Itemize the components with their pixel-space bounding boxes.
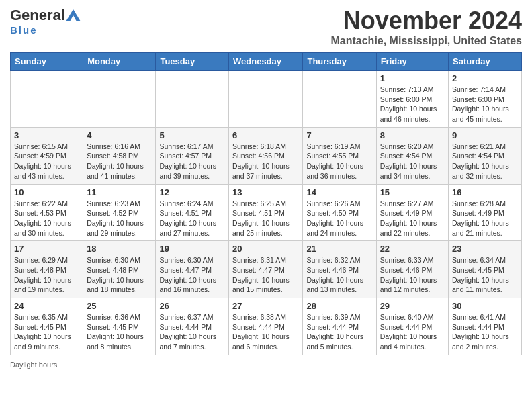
day-number: 10 [14, 187, 79, 197]
day-info: Sunrise: 6:25 AMSunset: 4:51 PMDaylight:… [232, 199, 299, 238]
weekday-tuesday: Tuesday [156, 53, 229, 71]
week-row-1: 1Sunrise: 7:13 AMSunset: 6:00 PMDaylight… [11, 71, 522, 128]
week-row-2: 3Sunrise: 6:15 AMSunset: 4:59 PMDaylight… [11, 127, 522, 184]
weekday-header-row: SundayMondayTuesdayWednesdayThursdayFrid… [11, 53, 522, 71]
calendar-cell: 29Sunrise: 6:40 AMSunset: 4:44 PMDayligh… [376, 298, 448, 355]
day-number: 12 [159, 187, 225, 197]
logo: General Blue [10, 7, 81, 36]
calendar-cell: 16Sunrise: 6:28 AMSunset: 4:49 PMDayligh… [449, 184, 522, 241]
calendar-cell: 14Sunrise: 6:26 AMSunset: 4:50 PMDayligh… [303, 184, 376, 241]
week-row-5: 24Sunrise: 6:35 AMSunset: 4:45 PMDayligh… [11, 298, 522, 355]
calendar-cell: 6Sunrise: 6:18 AMSunset: 4:56 PMDaylight… [229, 127, 303, 184]
day-info: Sunrise: 6:36 AMSunset: 4:45 PMDaylight:… [87, 312, 152, 352]
calendar-cell [303, 71, 376, 128]
day-info: Sunrise: 6:21 AMSunset: 4:54 PMDaylight:… [452, 142, 518, 181]
calendar-cell: 28Sunrise: 6:39 AMSunset: 4:44 PMDayligh… [303, 298, 376, 355]
calendar-cell [83, 71, 156, 128]
day-number: 11 [87, 187, 152, 197]
weekday-saturday: Saturday [449, 53, 522, 71]
calendar-cell [11, 71, 83, 128]
day-info: Sunrise: 6:31 AMSunset: 4:47 PMDaylight:… [232, 255, 299, 295]
day-number: 14 [306, 187, 372, 197]
day-info: Sunrise: 7:13 AMSunset: 6:00 PMDaylight:… [380, 85, 445, 124]
day-number: 19 [159, 244, 225, 254]
day-info: Sunrise: 6:40 AMSunset: 4:44 PMDaylight:… [380, 312, 445, 352]
calendar-cell: 24Sunrise: 6:35 AMSunset: 4:45 PMDayligh… [11, 298, 83, 355]
calendar-table: SundayMondayTuesdayWednesdayThursdayFrid… [10, 52, 522, 355]
day-info: Sunrise: 6:26 AMSunset: 4:50 PMDaylight:… [306, 199, 372, 238]
day-number: 30 [452, 301, 518, 311]
calendar-cell: 11Sunrise: 6:23 AMSunset: 4:52 PMDayligh… [83, 184, 156, 241]
weekday-thursday: Thursday [303, 53, 376, 71]
day-number: 25 [87, 301, 152, 311]
location-title: Mantachie, Mississippi, United States [330, 35, 522, 47]
calendar-cell [156, 71, 229, 128]
day-number: 24 [14, 301, 79, 311]
day-info: Sunrise: 6:18 AMSunset: 4:56 PMDaylight:… [232, 142, 299, 181]
day-number: 29 [380, 301, 445, 311]
weekday-wednesday: Wednesday [229, 53, 303, 71]
calendar-cell: 18Sunrise: 6:30 AMSunset: 4:48 PMDayligh… [83, 241, 156, 298]
day-number: 13 [232, 187, 299, 197]
logo-icon [66, 9, 81, 21]
day-number: 20 [232, 244, 299, 254]
calendar-cell: 17Sunrise: 6:29 AMSunset: 4:48 PMDayligh… [11, 241, 83, 298]
day-number: 18 [87, 244, 152, 254]
month-title: November 2024 [330, 7, 522, 35]
day-number: 2 [452, 73, 518, 83]
day-info: Sunrise: 6:37 AMSunset: 4:44 PMDaylight:… [159, 312, 225, 352]
day-number: 9 [452, 130, 518, 140]
logo-blue: Blue [10, 24, 38, 36]
day-number: 26 [159, 301, 225, 311]
day-info: Sunrise: 6:33 AMSunset: 4:46 PMDaylight:… [380, 255, 445, 295]
calendar-cell: 15Sunrise: 6:27 AMSunset: 4:49 PMDayligh… [376, 184, 448, 241]
calendar-cell: 20Sunrise: 6:31 AMSunset: 4:47 PMDayligh… [229, 241, 303, 298]
calendar-cell: 13Sunrise: 6:25 AMSunset: 4:51 PMDayligh… [229, 184, 303, 241]
calendar-cell [229, 71, 303, 128]
day-info: Sunrise: 6:23 AMSunset: 4:52 PMDaylight:… [87, 199, 152, 238]
day-info: Sunrise: 6:30 AMSunset: 4:48 PMDaylight:… [87, 255, 152, 295]
title-area: November 2024 Mantachie, Mississippi, Un… [330, 7, 522, 47]
calendar-cell: 2Sunrise: 7:14 AMSunset: 6:00 PMDaylight… [449, 71, 522, 128]
day-info: Sunrise: 6:27 AMSunset: 4:49 PMDaylight:… [380, 199, 445, 238]
day-number: 4 [87, 130, 152, 140]
calendar-cell: 5Sunrise: 6:17 AMSunset: 4:57 PMDaylight… [156, 127, 229, 184]
calendar-cell: 22Sunrise: 6:33 AMSunset: 4:46 PMDayligh… [376, 241, 448, 298]
day-number: 17 [14, 244, 79, 254]
day-info: Sunrise: 6:30 AMSunset: 4:47 PMDaylight:… [159, 255, 225, 295]
day-info: Sunrise: 6:24 AMSunset: 4:51 PMDaylight:… [159, 199, 225, 238]
day-info: Sunrise: 6:20 AMSunset: 4:54 PMDaylight:… [380, 142, 445, 181]
calendar-cell: 4Sunrise: 6:16 AMSunset: 4:58 PMDaylight… [83, 127, 156, 184]
logo-general: General [10, 7, 65, 24]
calendar-cell: 26Sunrise: 6:37 AMSunset: 4:44 PMDayligh… [156, 298, 229, 355]
day-info: Sunrise: 6:32 AMSunset: 4:46 PMDaylight:… [306, 255, 372, 295]
day-info: Sunrise: 7:14 AMSunset: 6:00 PMDaylight:… [452, 85, 518, 124]
calendar-cell: 12Sunrise: 6:24 AMSunset: 4:51 PMDayligh… [156, 184, 229, 241]
day-number: 22 [380, 244, 445, 254]
day-info: Sunrise: 6:35 AMSunset: 4:45 PMDaylight:… [14, 312, 79, 352]
day-info: Sunrise: 6:17 AMSunset: 4:57 PMDaylight:… [159, 142, 225, 181]
weekday-monday: Monday [83, 53, 156, 71]
day-info: Sunrise: 6:38 AMSunset: 4:44 PMDaylight:… [232, 312, 299, 352]
day-number: 7 [306, 130, 372, 140]
day-info: Sunrise: 6:39 AMSunset: 4:44 PMDaylight:… [306, 312, 372, 352]
calendar-cell: 23Sunrise: 6:34 AMSunset: 4:45 PMDayligh… [449, 241, 522, 298]
calendar-cell: 21Sunrise: 6:32 AMSunset: 4:46 PMDayligh… [303, 241, 376, 298]
day-number: 6 [232, 130, 299, 140]
calendar-cell: 1Sunrise: 7:13 AMSunset: 6:00 PMDaylight… [376, 71, 448, 128]
weekday-friday: Friday [376, 53, 448, 71]
week-row-4: 17Sunrise: 6:29 AMSunset: 4:48 PMDayligh… [11, 241, 522, 298]
calendar-cell: 7Sunrise: 6:19 AMSunset: 4:55 PMDaylight… [303, 127, 376, 184]
day-info: Sunrise: 6:41 AMSunset: 4:44 PMDaylight:… [452, 312, 518, 352]
day-info: Sunrise: 6:19 AMSunset: 4:55 PMDaylight:… [306, 142, 372, 181]
calendar-cell: 3Sunrise: 6:15 AMSunset: 4:59 PMDaylight… [11, 127, 83, 184]
calendar-cell: 30Sunrise: 6:41 AMSunset: 4:44 PMDayligh… [449, 298, 522, 355]
day-info: Sunrise: 6:34 AMSunset: 4:45 PMDaylight:… [452, 255, 518, 295]
calendar-cell: 8Sunrise: 6:20 AMSunset: 4:54 PMDaylight… [376, 127, 448, 184]
day-info: Sunrise: 6:15 AMSunset: 4:59 PMDaylight:… [14, 142, 79, 181]
day-number: 8 [380, 130, 445, 140]
page-header: General Blue November 2024 Mantachie, Mi… [10, 7, 522, 47]
calendar-cell: 9Sunrise: 6:21 AMSunset: 4:54 PMDaylight… [449, 127, 522, 184]
weekday-sunday: Sunday [11, 53, 83, 71]
daylight-hours-label: Daylight hours [10, 361, 57, 369]
